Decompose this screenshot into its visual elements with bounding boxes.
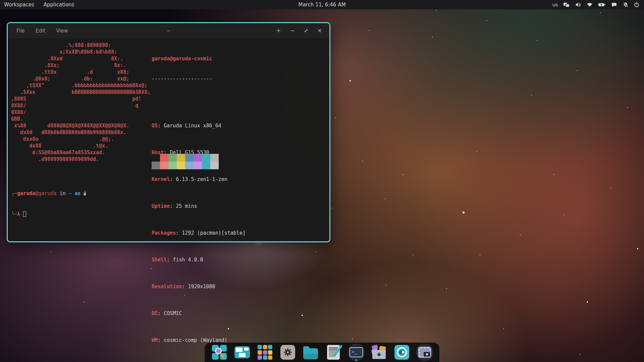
dock-item-launcher[interactable]: [211, 344, 228, 361]
running-indicator-dot: [356, 359, 357, 361]
color-swatch: [185, 162, 194, 169]
workspaces-menu[interactable]: Workspaces: [4, 2, 34, 8]
fetch-user-host: garuda@garuda-cosmic: [152, 55, 336, 62]
menu-view[interactable]: View: [56, 28, 68, 34]
screenshot-icon: [418, 347, 431, 358]
fastfetch-output: garuda@garuda-cosmic -------------------…: [152, 42, 336, 362]
color-swatch: [194, 162, 202, 169]
battery-charging-icon[interactable]: [598, 0, 606, 9]
download-arrow-icon: [376, 352, 382, 357]
maximize-icon: [304, 28, 308, 33]
dock-item-app-library[interactable]: [256, 344, 274, 361]
volume-icon[interactable]: [575, 0, 581, 9]
dock-item-screenshot[interactable]: [416, 344, 433, 361]
color-swatch: [160, 162, 168, 169]
app-library-icon: [258, 345, 272, 360]
launcher-icon: [212, 345, 227, 360]
color-swatch: [202, 162, 210, 169]
color-swatch: [185, 154, 194, 162]
fetch-line: DE: COSMIC: [152, 310, 336, 317]
text-editor-icon: [327, 345, 340, 360]
dock: >_: [205, 343, 439, 362]
fetch-separator: --------------------: [152, 75, 336, 82]
bell-slash-icon[interactable]: [623, 0, 629, 9]
workspaces-icon: [234, 346, 250, 358]
system-tray: us: [552, 0, 644, 9]
new-tab-button[interactable]: +: [276, 28, 281, 34]
dock-item-cosmic-store[interactable]: [393, 344, 411, 361]
software-install-icon: [371, 345, 387, 360]
dock-item-software-install[interactable]: [370, 344, 388, 361]
fetch-line: Resolution: 644x362: [152, 283, 336, 290]
color-swatch: [194, 154, 202, 162]
dock-item-terminal[interactable]: >_: [347, 344, 365, 361]
color-swatch: [210, 154, 219, 162]
menu-edit[interactable]: Edit: [36, 28, 45, 34]
prompt-line-2: ╰─λ: [11, 211, 88, 218]
power-icon[interactable]: [634, 0, 639, 9]
terminal-window[interactable]: File Edit View ~ + − × .%;888:8898898: x…: [7, 22, 330, 242]
dock-item-settings[interactable]: [279, 344, 297, 361]
minimize-button[interactable]: −: [290, 28, 295, 34]
clock[interactable]: March 11, 6:46 AM: [0, 2, 644, 8]
close-button[interactable]: ×: [317, 28, 322, 34]
color-swatch: [177, 162, 185, 169]
fetch-line: Packages: 1292 (pacman)[stable]: [152, 230, 336, 236]
dock-item-text-editor[interactable]: [325, 344, 342, 361]
wizard-emoji: [82, 190, 88, 197]
fetch-line: OS: Garuda Linux x86_64: [152, 122, 336, 129]
color-swatch: [177, 154, 185, 162]
terminal-color-palette: [152, 154, 219, 169]
menu-file[interactable]: File: [16, 28, 25, 34]
terminal-icon: >_: [350, 347, 363, 357]
garuda-ascii-logo: .%;888:8898898: x;XxXB%89b8:b8%b88: .8Xx…: [11, 42, 150, 163]
color-swatch: [168, 154, 177, 162]
color-swatch: [210, 162, 219, 169]
fetch-line: Shell: fish 4.0.0: [152, 256, 336, 263]
fetch-line: Uptime: 25 mins: [152, 203, 336, 209]
fetch-entries: OS: Garuda Linux x86_64 Host: Dell G15 5…: [152, 96, 336, 362]
files-folder-icon: [303, 348, 318, 359]
pen-icon: [333, 345, 342, 357]
terminal-titlebar[interactable]: File Edit View ~ + − ×: [8, 23, 329, 39]
color-swatch: [168, 162, 177, 169]
camera-icon: [424, 352, 430, 357]
applications-menu[interactable]: Applications: [44, 2, 74, 8]
fetch-line: Kernel: 6.13.5-zen1-1-zen: [152, 176, 336, 183]
maximize-button[interactable]: [304, 28, 308, 33]
terminal-content[interactable]: .%;888:8898898: x;XxXB%89b8:b8%b88: .8Xx…: [8, 39, 329, 241]
dock-item-window-tiling[interactable]: [233, 344, 251, 361]
top-panel: Workspaces Applications March 11, 6:46 A…: [0, 0, 644, 9]
store-toggle-icon: [394, 345, 409, 360]
keyboard-layout-indicator[interactable]: us: [552, 0, 558, 9]
shell-prompt: ╭─garuda@garuda in ~ as ╰─λ: [11, 177, 88, 231]
settings-gear-icon: [280, 345, 295, 360]
color-swatch: [152, 162, 160, 169]
text-cursor: [23, 212, 26, 217]
color-swatch: [160, 154, 168, 162]
prompt-line-1: ╭─garuda@garuda in ~ as: [11, 190, 88, 197]
color-swatch: [202, 154, 210, 162]
wifi-icon[interactable]: [587, 0, 593, 9]
dock-item-files[interactable]: [302, 344, 319, 361]
chat-notifications-icon[interactable]: [611, 0, 617, 9]
workspaces-overview-icon[interactable]: [563, 0, 570, 9]
